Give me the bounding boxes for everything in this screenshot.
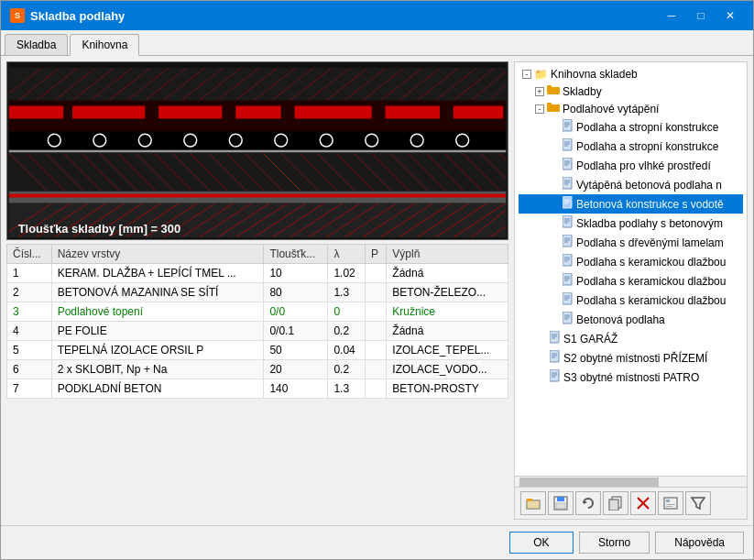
left-panel: Tloušťka skladby [mm] = 300 Čísl... Náze… — [6, 61, 508, 520]
doc-icon — [550, 331, 561, 346]
svg-marker-190 — [692, 498, 705, 509]
tree-item-Podlaha_s_[interactable]: Podlaha s keramickou dlažbou — [519, 271, 743, 291]
svg-rect-163 — [550, 331, 559, 343]
table-row[interactable]: 2BETONOVÁ MAZANINA SE SÍTÍ801.3BETON-ŽEL… — [7, 283, 508, 302]
close-button[interactable]: ✕ — [716, 6, 744, 25]
open-button[interactable] — [520, 491, 546, 515]
svg-rect-84 — [9, 68, 506, 101]
svg-rect-183 — [609, 500, 618, 511]
tree-item-label: Skladba podlahy s betonovým — [576, 217, 723, 230]
table-cell: 0.2 — [328, 322, 366, 341]
tree-item-S1_GARÁŽ[interactable]: S1 GARÁŽ — [519, 329, 743, 348]
svg-rect-171 — [550, 369, 559, 381]
save-button[interactable] — [548, 491, 574, 515]
table-cell — [365, 283, 386, 302]
app-icon: S — [10, 8, 25, 23]
tree-item-S3_obytné_[interactable]: S3 obytné místnosti PATRO — [519, 368, 743, 387]
tree-item-Podlaha_s_[interactable]: Podlaha s keramickou dlažbou — [519, 291, 743, 310]
table-cell: IZOLACE_TEPEL... — [387, 341, 508, 360]
copy-button[interactable] — [603, 491, 628, 515]
doc-icon — [563, 254, 574, 269]
svg-rect-151 — [563, 273, 572, 285]
svg-rect-116 — [547, 85, 552, 88]
bottom-bar: OK Storno Nápověda — [1, 525, 753, 559]
table-cell: 7 — [7, 379, 52, 399]
filter-button[interactable] — [685, 491, 711, 515]
svg-marker-181 — [584, 500, 587, 504]
svg-rect-127 — [563, 158, 572, 170]
ok-button[interactable]: OK — [509, 532, 574, 554]
table-row[interactable]: 4PE FOLIE0/0.10.2Žádná — [7, 322, 508, 341]
collapse-icon[interactable]: - — [535, 104, 544, 114]
svg-rect-135 — [563, 196, 572, 208]
maximize-button[interactable]: □ — [687, 6, 715, 25]
table-cell: 10 — [264, 264, 328, 283]
tree-item-label: Podlaha a stropní konstrukce — [576, 121, 718, 134]
tree-item-label: Podlaha pro vlhké prostředí — [576, 159, 711, 172]
tree-item-Podlaha_a_[interactable]: Podlaha a stropní konstrukce — [519, 137, 743, 156]
tree-item-Betonová_k[interactable]: Betonová konstrukce s vodotě — [519, 194, 743, 214]
tree-item-label: S3 obytné místnosti PATRO — [563, 371, 699, 384]
tree-item-Skladba_po[interactable]: Skladba podlahy s betonovým — [519, 214, 743, 233]
doc-icon — [550, 350, 561, 366]
tree-item-Podlaha_s_[interactable]: Podlaha s keramickou dlažbou — [519, 252, 743, 271]
table-row[interactable]: 1KERAM. DLAŽBA + LEPÍCÍ TMEL ...101.02Žá… — [7, 264, 508, 283]
table-cell: 80 — [264, 283, 328, 302]
svg-rect-78 — [72, 106, 145, 119]
doc-icon — [563, 138, 574, 154]
help-button[interactable]: Nápověda — [655, 532, 744, 554]
table-cell: BETON-PROSTY — [387, 379, 508, 399]
table-row[interactable]: 5TEPELNÁ IZOLACE ORSIL P500.04IZOLACE_TE… — [7, 341, 508, 360]
svg-rect-167 — [550, 350, 559, 362]
table-cell: 50 — [264, 341, 328, 360]
doc-icon — [550, 369, 561, 385]
svg-rect-119 — [563, 119, 572, 131]
horizontal-scrollbar[interactable] — [515, 476, 747, 487]
table-cell: Podlahové topení — [51, 302, 264, 322]
doc-icon — [563, 215, 574, 231]
tree-item-Vytápěná_b[interactable]: Vytápěná betonová podlaha n — [519, 175, 743, 194]
tree-item-label: Podlaha s keramickou dlažbou — [576, 275, 726, 288]
tree-item-Podlaha_pr[interactable]: Podlaha pro vlhké prostředí — [519, 156, 743, 175]
svg-rect-123 — [563, 138, 572, 150]
table-cell: 0.04 — [328, 341, 366, 360]
doc-icon — [563, 273, 574, 289]
view-button[interactable] — [658, 491, 683, 515]
cancel-button[interactable]: Storno — [579, 532, 650, 554]
table-cell: 1.3 — [328, 283, 366, 302]
collapse-icon[interactable]: - — [522, 70, 531, 79]
svg-rect-139 — [563, 215, 572, 227]
tree-root[interactable]: - 📁 Knihovna skladeb — [519, 66, 743, 82]
refresh-button[interactable] — [575, 491, 601, 515]
table-cell: TEPELNÁ IZOLACE ORSIL P — [51, 341, 264, 360]
collapse-icon[interactable]: + — [535, 87, 544, 96]
tree-item-label: Podlaha s keramickou dlažbou — [576, 294, 726, 307]
table-row[interactable]: 62 x SKLOBIT, Np + Na200.2IZOLACE_VODO..… — [7, 360, 508, 379]
tree-item-label: Podlaha s keramickou dlažbou — [576, 256, 726, 269]
doc-icon — [563, 235, 574, 250]
table-cell: 1.02 — [328, 264, 366, 283]
col-lambda: λ — [328, 245, 366, 264]
table-cell: 1 — [7, 264, 52, 283]
table-cell: BETONOVÁ MAZANINA SE SÍTÍ — [51, 283, 264, 302]
scrollbar-thumb — [519, 478, 659, 487]
minimize-button[interactable]: ─ — [658, 6, 685, 25]
table-cell: Kružnice — [387, 302, 508, 322]
tree-item-S2_obytné_[interactable]: S2 obytné místnosti PŘÍZEMÍ — [519, 348, 743, 368]
tree-item-Podlahové_[interactable]: -Podlahové vytápění — [519, 100, 743, 117]
table-row[interactable]: 7PODKLADNÍ BETON1401.3BETON-PROSTY — [7, 379, 508, 399]
main-window: S Skladba podlahy ─ □ ✕ Skladba Knihovna — [0, 0, 754, 560]
folder-icon: 📁 — [534, 68, 548, 81]
tab-knihovna[interactable]: Knihovna — [70, 34, 139, 56]
doc-icon — [563, 119, 574, 135]
tree-item-Skladby[interactable]: +Skladby — [519, 82, 743, 100]
tab-skladba[interactable]: Skladba — [5, 34, 68, 55]
delete-button[interactable] — [630, 491, 656, 515]
tree-item-Betonová_p[interactable]: Betonová podlaha — [519, 310, 743, 329]
table-row[interactable]: 3Podlahové topení0/00Kružnice — [7, 302, 508, 322]
svg-rect-115 — [547, 87, 560, 94]
tree-item-Podlaha_s_[interactable]: Podlaha s dřevěnými lamelam — [519, 233, 743, 252]
table-cell: 20 — [264, 360, 328, 379]
table-cell: 0 — [328, 302, 366, 322]
tree-item-Podlaha_a_[interactable]: Podlaha a stropní konstrukce — [519, 117, 743, 137]
